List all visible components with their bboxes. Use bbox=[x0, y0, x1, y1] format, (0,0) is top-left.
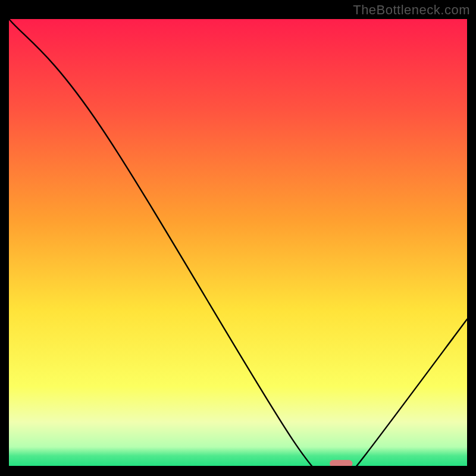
plot-area bbox=[9, 19, 467, 467]
watermark-text: TheBottleneck.com bbox=[353, 2, 470, 18]
chart-frame: TheBottleneck.com bbox=[0, 0, 476, 476]
chart-background bbox=[9, 19, 467, 467]
bottleneck-chart bbox=[9, 19, 467, 467]
